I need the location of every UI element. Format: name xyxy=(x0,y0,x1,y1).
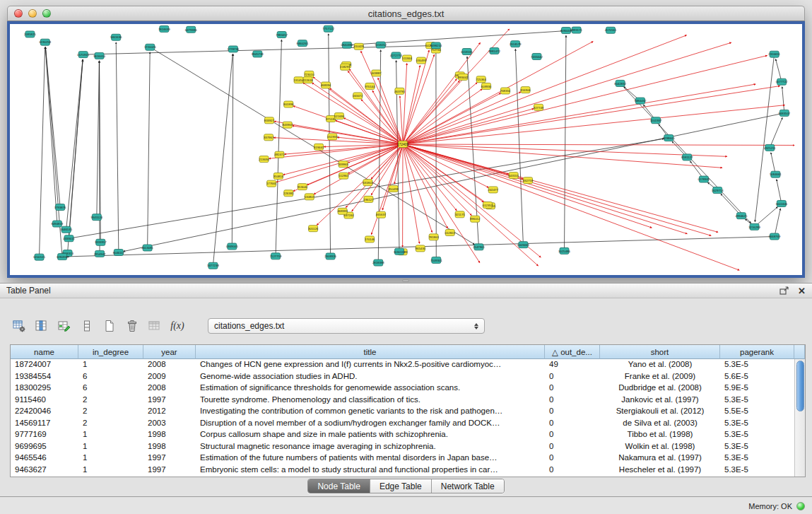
graph-node[interactable]: 463790 xyxy=(394,88,405,94)
column-header-pagerank[interactable]: pagerank xyxy=(720,345,794,359)
graph-node[interactable]: 468394 xyxy=(321,82,331,88)
column-header-year[interactable]: year xyxy=(143,345,196,359)
graph-node[interactable]: 172409 xyxy=(397,141,409,148)
graph-node[interactable]: 950498 xyxy=(388,185,399,192)
graph-node[interactable]: 9616010 xyxy=(93,52,105,59)
graph-node[interactable]: 350814 xyxy=(273,173,284,180)
graph-node[interactable]: 833927 xyxy=(264,117,275,124)
select-columns-icon[interactable] xyxy=(33,317,51,335)
graph-node[interactable]: 9981472 xyxy=(488,47,500,54)
graph-node[interactable]: 305126 xyxy=(308,226,319,232)
scrollbar-thumb[interactable] xyxy=(796,361,804,411)
graph-node[interactable]: 337967 xyxy=(264,134,274,141)
tab-edge-table[interactable]: Edge Table xyxy=(370,479,432,493)
table-row[interactable]: 969969511998Structural magnetic resonanc… xyxy=(11,441,805,453)
graph-node[interactable]: 158297 xyxy=(340,64,351,70)
graph-node[interactable]: 2095825 xyxy=(24,31,36,37)
graph-node[interactable]: 321175 xyxy=(455,211,466,218)
graph-node[interactable]: 410428 xyxy=(354,43,365,49)
graph-node[interactable]: 2893171 xyxy=(570,27,582,33)
graph-node[interactable]: 9345524 xyxy=(90,214,102,221)
import-table-icon[interactable] xyxy=(146,317,164,335)
graph-node[interactable]: 0570915 xyxy=(77,52,89,58)
graph-node[interactable]: 4570561 xyxy=(605,27,617,33)
table-settings-icon[interactable] xyxy=(10,317,28,335)
column-header-name[interactable]: name xyxy=(11,345,78,359)
table-row[interactable]: 1456911722003Disruption of a novel membe… xyxy=(11,418,805,430)
graph-node[interactable]: 3477238 xyxy=(207,262,219,269)
graph-node[interactable]: 8042832 xyxy=(614,80,626,86)
graph-node[interactable]: 8498214 xyxy=(430,42,442,49)
graph-node[interactable]: 3333957 xyxy=(95,239,107,245)
graph-node[interactable]: 0840380 xyxy=(341,42,353,48)
graph-node[interactable]: 1720026 xyxy=(144,44,156,50)
graph-node[interactable]: 7757122 xyxy=(322,25,334,32)
graph-node[interactable]: 2818398 xyxy=(372,259,384,266)
graph-node[interactable]: 768334 xyxy=(500,88,511,94)
table-row[interactable]: 911546021997Tourette syndrome. Phenomeno… xyxy=(11,395,805,407)
graph-node[interactable]: 170146 xyxy=(365,236,375,243)
graph-node[interactable]: 222618 xyxy=(302,77,313,83)
close-panel-icon[interactable]: ✕ xyxy=(798,286,806,296)
zoom-window-button[interactable] xyxy=(42,9,51,18)
graph-node[interactable]: 465637 xyxy=(376,211,387,218)
graph-node[interactable]: 993442 xyxy=(458,74,469,80)
graph-node[interactable]: 226382 xyxy=(283,190,294,197)
graph-node[interactable]: 432759 xyxy=(523,177,534,184)
panel-splitter[interactable] xyxy=(402,279,409,282)
graph-node[interactable]: 1778736 xyxy=(228,46,240,52)
table-row[interactable]: 1938455462009Genome-wide association stu… xyxy=(11,371,805,383)
graph-node[interactable]: 4613081 xyxy=(141,245,153,251)
column-header-out_degree[interactable]: △ out_de... xyxy=(545,345,600,359)
graph-node[interactable]: 242477 xyxy=(488,187,499,193)
graph-node[interactable]: 9298605 xyxy=(663,135,675,141)
graph-node[interactable]: 7983457 xyxy=(276,32,288,38)
graph-node[interactable]: 511844 xyxy=(402,55,413,62)
graph-node[interactable]: 3442446 xyxy=(775,200,787,206)
graph-node[interactable]: 030493 xyxy=(416,57,427,64)
column-header-short[interactable]: short xyxy=(600,345,720,359)
column-header-in_degree[interactable]: in_degree xyxy=(78,345,143,359)
graph-node[interactable]: 2316651 xyxy=(768,51,780,57)
graph-node[interactable]: 7127759 xyxy=(270,253,282,259)
graph-node[interactable]: 7509301 xyxy=(430,257,442,263)
function-icon[interactable]: f(x) xyxy=(168,317,187,335)
close-window-button[interactable] xyxy=(14,9,23,18)
graph-node[interactable]: 965430 xyxy=(416,245,426,252)
graph-node[interactable]: 631802 xyxy=(363,180,373,186)
graph-node[interactable]: 2608926 xyxy=(324,253,336,259)
graph-node[interactable]: 0077722 xyxy=(776,78,788,85)
graph-node[interactable]: 8494819 xyxy=(52,221,64,227)
graph-node[interactable]: 4994625 xyxy=(736,213,748,219)
graph-node[interactable]: 468383 xyxy=(337,208,348,214)
graph-node[interactable]: 8046117 xyxy=(113,250,125,256)
graph-node[interactable]: 896012 xyxy=(470,216,481,222)
graph-node[interactable]: 012822 xyxy=(445,230,456,236)
graph-node[interactable]: 3668769 xyxy=(769,233,781,240)
graph-node[interactable]: 843967 xyxy=(283,122,293,128)
graph-node[interactable]: 6200515 xyxy=(33,254,45,260)
graph-node[interactable]: 3030137 xyxy=(394,248,406,255)
new-file-icon[interactable] xyxy=(100,317,119,335)
graph-node[interactable]: 8460261 xyxy=(297,40,309,47)
graph-node[interactable]: 530807 xyxy=(305,194,315,200)
graph-node[interactable]: 5159252 xyxy=(375,42,387,48)
graph-node[interactable]: 1629714 xyxy=(712,187,724,194)
table-row[interactable]: 1830029562008Estimation of significance … xyxy=(11,382,805,395)
graph-node[interactable]: 339963 xyxy=(338,161,348,168)
graph-node[interactable]: 012352 xyxy=(483,201,493,208)
graph-node[interactable]: 723010 xyxy=(304,71,314,77)
rows-icon[interactable] xyxy=(78,317,96,335)
graph-node[interactable]: 9483507 xyxy=(778,110,790,116)
table-selector-dropdown[interactable]: citations_edges.txt xyxy=(208,318,485,334)
graph-node[interactable]: 063472 xyxy=(353,93,363,99)
graph-node[interactable]: 482472 xyxy=(274,151,285,158)
window-titlebar[interactable]: citations_edges.txt xyxy=(7,6,805,21)
graph-node[interactable]: 913040 xyxy=(298,184,308,190)
table-row[interactable]: 946554611997Estimation of the future num… xyxy=(11,452,805,465)
graph-node[interactable]: 725364 xyxy=(476,76,487,83)
graph-node[interactable]: 6479386 xyxy=(185,26,197,33)
graph-node[interactable]: 7824639 xyxy=(158,25,170,32)
table-row[interactable]: 977716911998Corpus callosum shape and si… xyxy=(11,429,805,441)
graph-node[interactable]: 7433442 xyxy=(531,53,543,59)
